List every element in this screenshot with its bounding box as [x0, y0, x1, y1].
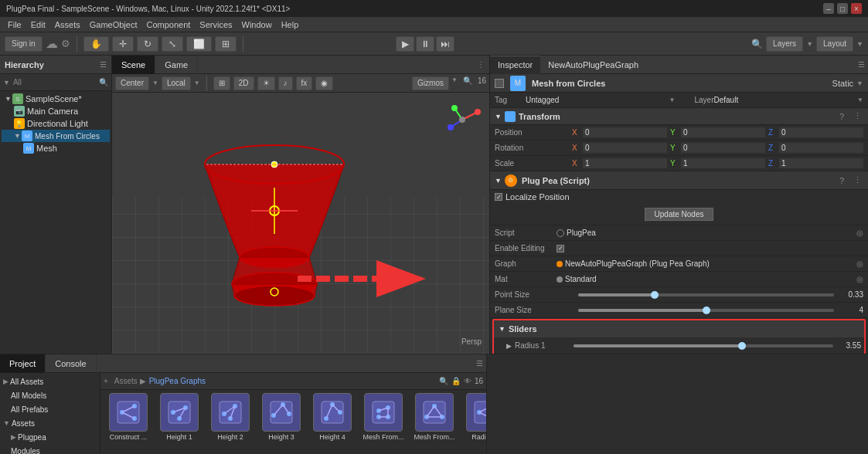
asset-height3[interactable]: Height 3 [258, 393, 305, 441]
tab-inspector[interactable]: Inspector [490, 56, 540, 74]
plugpea-settings-icon[interactable]: ⋮ [851, 174, 863, 187]
hierarchy-item-camera[interactable]: 📷 Main Camera [2, 105, 110, 117]
rotate-tool[interactable]: ↻ [137, 36, 158, 52]
asset-height1[interactable]: Height 1 [156, 393, 203, 441]
menu-file[interactable]: File [3, 20, 26, 29]
rotation-y[interactable] [681, 143, 765, 153]
hierarchy-search-btn[interactable]: 🔍 [99, 78, 108, 86]
asset-search-icon[interactable]: 🔍 [439, 377, 448, 385]
tab-graph[interactable]: NewAutoPlugPeaGraph [540, 56, 646, 74]
hierarchy-menu-icon[interactable]: ☰ [100, 60, 107, 69]
all-models-item[interactable]: All Models [2, 388, 98, 402]
menu-gameobject[interactable]: GameObject [85, 20, 142, 29]
asset-construct[interactable]: Construct ... [105, 393, 151, 441]
active-checkbox[interactable] [495, 79, 504, 88]
asset-radius1[interactable]: Radius 1 [462, 393, 486, 441]
transform-settings-icon[interactable]: ⋮ [851, 110, 863, 123]
asset-eye-icon[interactable]: 👁 [464, 377, 471, 385]
update-nodes-btn[interactable]: Update Nodes [645, 208, 714, 221]
hierarchy-item-mesh[interactable]: M Mesh [2, 142, 110, 154]
menu-services[interactable]: Services [195, 20, 237, 29]
audio-btn[interactable]: ♪ [278, 76, 293, 90]
graph-target-icon[interactable]: ◎ [856, 259, 863, 268]
asset-lock-icon[interactable]: 🔒 [451, 377, 461, 385]
rotation-z[interactable] [779, 143, 863, 153]
graph-label: Graph [495, 259, 557, 268]
tab-project[interactable]: Project [0, 354, 46, 373]
tag-value[interactable]: Untagged [526, 96, 668, 104]
all-prefabs-item[interactable]: All Prefabs [2, 402, 98, 416]
asset-height4[interactable]: Height 4 [309, 393, 356, 441]
hierarchy-item-samplescene[interactable]: ▼ S SampleScene* [2, 93, 110, 105]
inspector-options-icon[interactable]: ☰ [858, 60, 865, 69]
pause-button[interactable]: ⏸ [416, 36, 434, 52]
scale-x[interactable] [583, 158, 667, 168]
search-icon[interactable]: 🔍 [751, 39, 763, 49]
transform-tool[interactable]: ⊞ [215, 36, 237, 52]
close-btn[interactable]: × [851, 3, 862, 14]
light-btn[interactable]: ☀ [257, 76, 275, 90]
step-button[interactable]: ⏭ [436, 36, 454, 52]
search-scene-icon[interactable]: 🔍 [463, 76, 472, 90]
local-mode-btn[interactable]: Local [162, 76, 191, 90]
window-controls[interactable]: – □ × [823, 3, 862, 14]
script-target-icon[interactable]: ◎ [856, 229, 863, 237]
scale-z[interactable] [779, 158, 863, 168]
mat-target-icon[interactable]: ◎ [856, 275, 863, 283]
tab-console[interactable]: Console [46, 354, 96, 373]
maximize-btn[interactable]: □ [837, 3, 848, 14]
layout-button[interactable]: Layout [816, 36, 853, 52]
transform-help-icon[interactable]: ? [836, 110, 848, 123]
grid-btn[interactable]: ⊞ [213, 76, 230, 90]
hierarchy-item-mesh-from-circles[interactable]: ▼ M Mesh From Circles [2, 130, 110, 142]
rect-tool[interactable]: ⬜ [186, 36, 212, 52]
scale-y[interactable] [681, 158, 765, 168]
menu-assets[interactable]: Assets [50, 20, 85, 29]
point-size-slider[interactable] [578, 293, 834, 296]
menu-edit[interactable]: Edit [26, 20, 50, 29]
scale-tool[interactable]: ⤡ [162, 36, 183, 52]
fx-btn[interactable]: fx [296, 76, 313, 90]
sign-in-button[interactable]: Sign in [5, 36, 43, 52]
scene-options-icon[interactable]: ⋮ [477, 60, 485, 69]
slider-track-radius1[interactable] [574, 344, 833, 347]
localize-checkbox[interactable]: ✓ [495, 193, 502, 201]
static-dropdown-icon[interactable]: ▼ [856, 80, 863, 87]
assets-folder-item[interactable]: ▼ Assets [2, 416, 98, 430]
scale-values: X Y Z [572, 158, 863, 168]
move-tool[interactable]: ✛ [112, 36, 134, 52]
rotation-x[interactable] [583, 143, 667, 153]
position-x[interactable] [583, 127, 667, 137]
menu-help[interactable]: Help [277, 20, 304, 29]
all-assets-item[interactable]: ▶ All Assets [2, 374, 98, 388]
hand-tool[interactable]: ✋ [83, 36, 109, 52]
asset-mesh-from-1[interactable]: Mesh From... [360, 393, 407, 441]
layers-button[interactable]: Layers [766, 36, 803, 52]
plugpea-folder-item[interactable]: ▶ Plugpea [2, 430, 98, 444]
add-asset-icon[interactable]: + [104, 377, 108, 385]
slider-arrow-r1[interactable]: ▶ [506, 342, 512, 350]
modules-item[interactable]: Modules [2, 444, 98, 454]
plane-size-slider[interactable] [578, 309, 834, 312]
layer-value[interactable]: Default [714, 96, 856, 104]
plugpea-help-icon[interactable]: ? [836, 174, 848, 187]
play-button[interactable]: ▶ [396, 36, 414, 52]
tab-game[interactable]: Game [155, 56, 198, 74]
gizmos-btn[interactable]: Gizmos [412, 76, 449, 90]
hidden-btn[interactable]: ◉ [315, 76, 333, 90]
menu-window[interactable]: Window [237, 20, 277, 29]
render-btn[interactable]: 2D [233, 76, 254, 90]
enable-editing-checkbox[interactable]: ✓ [557, 245, 564, 252]
position-z[interactable] [779, 127, 863, 137]
minimize-btn[interactable]: – [823, 3, 834, 14]
asset-height2[interactable]: Height 2 [207, 393, 254, 441]
asset-mesh-from-2[interactable]: Mesh From... [411, 393, 458, 441]
tab-scene[interactable]: Scene [112, 56, 155, 74]
hierarchy-item-light[interactable]: 💡 Directional Light [2, 117, 110, 130]
scene-viewport[interactable]: Persp [112, 93, 489, 354]
center-mode-btn[interactable]: Center [115, 76, 149, 90]
project-menu-icon[interactable]: ☰ [476, 359, 483, 368]
bottom-right-filler [487, 354, 868, 454]
position-y[interactable] [681, 127, 765, 137]
menu-component[interactable]: Component [141, 20, 195, 29]
